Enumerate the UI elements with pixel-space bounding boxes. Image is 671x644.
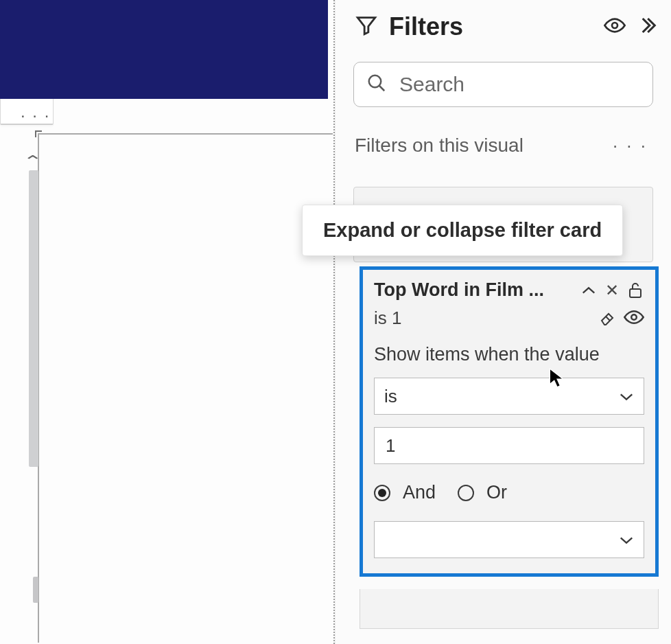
filter-card-title: Top Word in Film ...: [374, 279, 574, 301]
chevron-down-icon: [619, 529, 634, 551]
svg-point-0: [612, 23, 617, 28]
filters-search-input[interactable]: Search: [353, 62, 653, 107]
search-placeholder: Search: [399, 73, 464, 96]
more-options-icon[interactable]: · · ·: [21, 107, 50, 124]
operator-1-value: is: [384, 386, 397, 407]
clear-filter-icon[interactable]: [599, 308, 617, 329]
lock-filter-icon[interactable]: [626, 282, 644, 299]
report-canvas: · · · ⌃: [0, 0, 335, 644]
value-1-field[interactable]: [384, 435, 634, 457]
scroll-up-icon[interactable]: ⌃: [23, 152, 43, 170]
mouse-cursor-icon: [549, 368, 564, 389]
filter-summary: is 1: [374, 308, 592, 329]
condition-label: Show items when the value: [374, 344, 644, 365]
chevron-down-icon: [619, 386, 634, 407]
scrollbar-thumb[interactable]: [29, 170, 38, 467]
operator-select-1[interactable]: is: [374, 378, 644, 415]
scrollbar-thumb-aux[interactable]: [33, 577, 38, 603]
filter-card-selected: Top Word in Film ... ✕ is 1 Show items w…: [360, 266, 659, 577]
filters-pane-title: Filters: [389, 12, 593, 41]
filters-pane-header: Filters: [336, 0, 671, 44]
visual-scrollbar[interactable]: [29, 170, 38, 641]
tooltip-expand-collapse: Expand or collapse filter card: [302, 205, 623, 256]
section-label: Filters on this visual: [355, 135, 523, 157]
radio-or-label: Or: [486, 482, 507, 503]
visibility-icon[interactable]: [604, 17, 626, 36]
collapse-pane-icon[interactable]: [637, 15, 657, 38]
value-input-1[interactable]: [374, 427, 644, 464]
svg-rect-2: [630, 289, 641, 297]
logic-radio-group: And Or: [374, 482, 644, 503]
search-icon: [366, 73, 387, 96]
visual-frame[interactable]: [38, 133, 333, 643]
svg-point-3: [631, 314, 637, 320]
radio-or[interactable]: [458, 485, 474, 501]
filters-section-header: Filters on this visual · · ·: [336, 107, 671, 158]
filter-card-footer: [360, 589, 659, 629]
operator-select-2[interactable]: [374, 521, 644, 558]
section-more-icon[interactable]: · · ·: [613, 135, 648, 157]
canvas-background: [0, 0, 328, 99]
remove-filter-icon[interactable]: ✕: [603, 281, 621, 300]
funnel-icon: [355, 14, 378, 40]
radio-and-label: And: [403, 482, 436, 503]
hide-filter-icon[interactable]: [624, 310, 644, 327]
radio-and[interactable]: [374, 485, 390, 501]
collapse-card-icon[interactable]: [580, 284, 598, 297]
svg-point-1: [369, 76, 381, 88]
